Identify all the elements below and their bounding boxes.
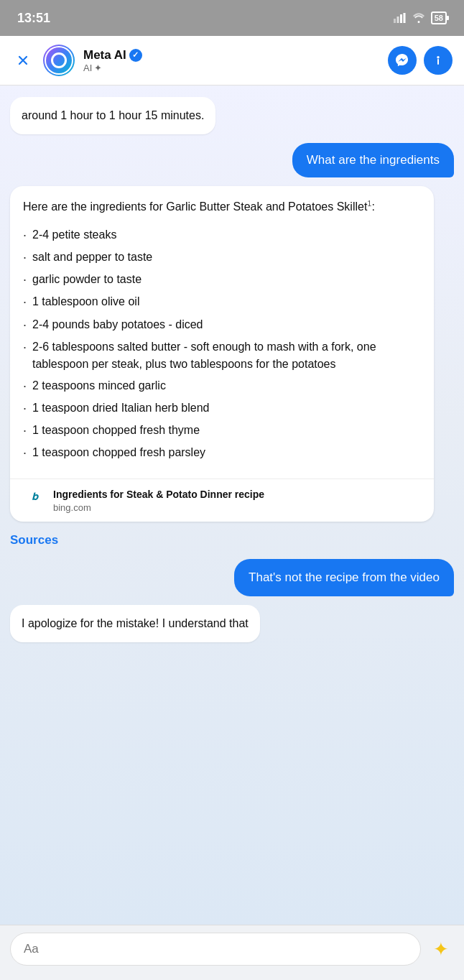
ingredient-text: 1 teaspoon chopped fresh thyme [32,422,200,439]
list-item: ·1 teaspoon dried Italian herb blend [23,399,421,417]
ingredient-text: 1 teaspoon chopped fresh parsley [32,444,205,461]
bullet: · [23,377,27,395]
bullet: · [23,444,27,462]
ingredient-text: 1 teaspoon dried Italian herb blend [32,399,209,417]
user-message-1: What are the ingredients [292,143,454,177]
status-icons: 58 [394,11,447,24]
ingredient-text: 1 tablespoon olive oil [32,293,139,310]
status-time: 13:51 [17,11,50,26]
svg-rect-1 [396,17,399,23]
chat-area: around 1 hour to 1 hour 15 minutes. What… [0,85,464,925]
bullet: · [23,249,27,267]
svg-rect-2 [400,14,402,23]
source-card[interactable]: ᵇ Ingredients for Steak & Potato Dinner … [10,479,434,522]
list-item: ·garlic powder to taste [23,271,421,289]
ingredient-text: 2-6 tablespoons salted butter - soft eno… [32,338,421,373]
source-url: bing.com [53,502,264,513]
bullet: · [23,399,27,417]
bullet: · [23,338,27,356]
info-button[interactable] [424,46,453,75]
ingredient-text: 2-4 pounds baby potatoes - diced [32,316,203,333]
list-item: ·2-6 tablespoons salted butter - soft en… [23,338,421,373]
message-input[interactable] [10,933,421,966]
sources-link[interactable]: Sources [10,530,58,550]
ai-response-content: Here are the ingredients for Garlic Butt… [10,186,434,479]
verified-badge: ✓ [129,49,142,62]
header-actions [388,46,453,75]
ai-partial-response: I apologize for the mistake! I understan… [10,605,260,642]
header-subtitle: AI ✦ [83,63,379,73]
chat-header: Meta AI ✓ AI ✦ [0,36,464,85]
list-item: ·salt and pepper to taste [23,249,421,267]
ingredients-list: ·2-4 petite steaks·salt and pepper to ta… [23,226,421,463]
sparkle-icon: ✦ [94,63,102,73]
bullet: · [23,271,27,289]
ai-intro-text: Here are the ingredients for Garlic Butt… [23,198,421,216]
list-item: ·1 teaspoon chopped fresh parsley [23,444,421,462]
signal-icon [394,13,407,23]
status-bar: 13:51 58 [0,0,464,36]
input-bar: ✦ [0,925,464,980]
bullet: · [23,316,27,334]
svg-rect-3 [403,13,405,23]
citation-1: 1 [367,199,371,208]
sparkle-button[interactable]: ✦ [428,936,454,962]
list-item: ·2 teaspoons minced garlic [23,377,421,395]
messenger-button[interactable] [388,46,417,75]
list-item: ·2-4 petite steaks [23,226,421,244]
wifi-icon [412,13,425,23]
ingredient-text: 2 teaspoons minced garlic [32,377,166,394]
list-item: ·1 teaspoon chopped fresh thyme [23,422,421,440]
user-message-2: That's not the recipe from the video [234,559,454,596]
ai-response-card: Here are the ingredients for Garlic Butt… [10,186,434,522]
ingredient-text: salt and pepper to taste [32,249,152,266]
battery-icon: 58 [431,11,447,24]
avatar [43,45,75,76]
previous-ai-message: around 1 hour to 1 hour 15 minutes. [10,97,215,134]
list-item: ·1 tablespoon olive oil [23,293,421,311]
bullet: · [23,422,27,440]
bullet: · [23,293,27,311]
close-button[interactable] [11,49,34,72]
svg-rect-0 [394,19,396,23]
ingredient-text: garlic powder to taste [32,271,141,288]
bing-icon: ᵇ [22,489,45,512]
ingredient-text: 2-4 petite steaks [32,226,116,244]
bullet: · [23,226,27,244]
header-info: Meta AI ✓ AI ✦ [83,48,379,73]
source-text: Ingredients for Steak & Potato Dinner re… [53,488,264,513]
list-item: ·2-4 pounds baby potatoes - diced [23,316,421,334]
source-title: Ingredients for Steak & Potato Dinner re… [53,488,264,501]
header-name: Meta AI ✓ [83,48,379,63]
